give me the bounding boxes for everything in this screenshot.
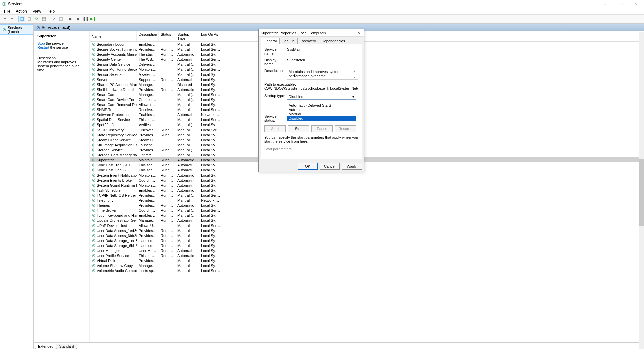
col-name[interactable]: Name bbox=[90, 31, 137, 41]
dropdown-option[interactable]: Manual bbox=[287, 112, 356, 116]
service-row[interactable]: SSDP DiscoveryDiscovers n...RunningManua… bbox=[90, 127, 644, 132]
col-logon-as[interactable]: Log On As bbox=[199, 31, 222, 41]
scroll-up-icon[interactable]: ▴ bbox=[354, 69, 358, 72]
service-row[interactable]: Storage Tiers ManagementOptimizes t...Ma… bbox=[90, 152, 644, 157]
service-row[interactable]: Security CenterThe WSCSV...RunningAutoma… bbox=[90, 57, 644, 62]
minimize-button[interactable]: ─ bbox=[598, 0, 613, 8]
service-list[interactable]: Name Description Status Startup Type Log… bbox=[89, 31, 644, 342]
service-row[interactable]: Sensor Data ServiceDelivers dat...Manual… bbox=[90, 62, 644, 67]
dropdown-option[interactable]: Automatic bbox=[287, 108, 356, 112]
service-row[interactable]: Task SchedulerEnables a us...RunningAuto… bbox=[90, 188, 644, 193]
menu-help[interactable]: Help bbox=[44, 9, 58, 14]
service-row[interactable]: User Data Access_1ed3619Provides ap...Ru… bbox=[90, 228, 644, 233]
service-row[interactable]: Virtual DiskProvides m...ManualLocal Sys… bbox=[90, 258, 644, 263]
tab-recovery[interactable]: Recovery bbox=[297, 38, 319, 44]
properties-icon[interactable] bbox=[41, 16, 47, 22]
tab-logon[interactable]: Log On bbox=[279, 38, 298, 44]
dialog-close-icon[interactable]: ✕ bbox=[355, 31, 362, 35]
restart-service-icon[interactable]: ▶❚ bbox=[90, 16, 96, 22]
service-row[interactable]: Sensor Monitoring ServiceMonitors va...M… bbox=[90, 67, 644, 72]
service-row[interactable]: Sensor ServiceA service fo...Manual (Tri… bbox=[90, 72, 644, 77]
description-textbox[interactable]: Maintains and improves system performanc… bbox=[287, 69, 358, 80]
start-service-icon[interactable]: ▶ bbox=[67, 16, 74, 22]
service-row[interactable]: ServerSupports fil...RunningAutomatic (T… bbox=[90, 77, 644, 82]
service-row[interactable]: Spatial Data ServiceThis service ...Manu… bbox=[90, 117, 644, 122]
export-list-icon[interactable] bbox=[26, 16, 33, 22]
service-row[interactable]: User Data Storage_6bb85Handles sto...Run… bbox=[90, 243, 644, 248]
stop-service-icon[interactable]: ■ bbox=[75, 16, 82, 22]
show-hide-tree-icon[interactable] bbox=[18, 16, 25, 22]
service-row[interactable]: Still Image Acquisition EventsLaunches a… bbox=[90, 142, 644, 147]
service-row[interactable]: System Guard Runtime Mo...Monitors an...… bbox=[90, 183, 644, 188]
tab-extended[interactable]: Extended bbox=[35, 344, 56, 349]
service-row[interactable]: ThemesProvides us...RunningAutomaticLoca… bbox=[90, 203, 644, 208]
vertical-scrollbar[interactable] bbox=[639, 32, 644, 349]
dropdown-option[interactable]: Automatic (Delayed Start) bbox=[287, 103, 356, 108]
service-row[interactable]: Shell Hardware DetectionProvides no...Ru… bbox=[90, 87, 644, 92]
service-row[interactable]: Spot VerifierVerifies pote...Manual (Tri… bbox=[90, 122, 644, 127]
menu-view[interactable]: View bbox=[30, 9, 44, 14]
dropdown-option[interactable]: Disabled bbox=[287, 116, 356, 121]
resume-button[interactable]: Resume bbox=[335, 125, 356, 132]
service-row[interactable]: Smart CardManages ac...Manual (Trig...Lo… bbox=[90, 92, 644, 97]
restart-service-link[interactable]: Restart bbox=[37, 45, 49, 49]
col-status[interactable]: Status bbox=[159, 31, 175, 41]
service-row[interactable]: SNMP TrapReceives tra...ManualLocal Serv… bbox=[90, 107, 644, 112]
service-row[interactable]: Secure Socket Tunneling Pr...Provides su… bbox=[90, 47, 644, 52]
dialog-title-bar[interactable]: Superfetch Properties (Local Computer) ✕ bbox=[259, 29, 364, 37]
close-button[interactable]: ✕ bbox=[629, 0, 644, 8]
service-row[interactable]: UPnP Device HostAllows UPn...ManualLocal… bbox=[90, 223, 644, 228]
scrollbar-thumb[interactable] bbox=[639, 159, 644, 226]
service-row[interactable]: Smart Card Removal PolicyAllows the s...… bbox=[90, 102, 644, 107]
service-row[interactable]: Smart Card Device Enumera...Creates soft… bbox=[90, 97, 644, 102]
pause-button[interactable]: Pause bbox=[311, 125, 333, 132]
tab-general[interactable]: General bbox=[261, 38, 280, 44]
back-icon[interactable]: ⬅ bbox=[1, 16, 8, 22]
service-row[interactable]: System Event Notification S...Monitors s… bbox=[90, 172, 644, 178]
service-row[interactable]: System Events BrokerCoordinates...Runnin… bbox=[90, 178, 644, 183]
service-row[interactable]: Volume Shadow CopyManages an...ManualLoc… bbox=[90, 263, 644, 268]
pause-service-icon[interactable]: ❚❚ bbox=[82, 16, 89, 22]
ok-button[interactable]: OK bbox=[298, 163, 318, 170]
service-row[interactable]: User ManagerUser Manag...RunningAutomati… bbox=[90, 248, 644, 253]
start-button[interactable]: Start bbox=[264, 125, 286, 132]
startup-type-dropdown[interactable]: Automatic (Delayed Start)AutomaticManual… bbox=[287, 103, 356, 121]
service-row[interactable]: User Data Storage_1ed3619Handles sto...R… bbox=[90, 238, 644, 243]
service-row[interactable]: Sync Host_1ed3619This service ...Running… bbox=[90, 162, 644, 167]
tree-root[interactable]: Services (Local) bbox=[0, 24, 33, 35]
apply-button[interactable]: Apply bbox=[342, 163, 362, 170]
refresh-icon[interactable]: ⟳ bbox=[33, 16, 40, 22]
service-row[interactable]: User Profile ServiceThis service ...Runn… bbox=[90, 253, 644, 258]
forward-icon[interactable]: ➡ bbox=[9, 16, 15, 22]
filter-icon[interactable] bbox=[58, 16, 64, 22]
col-startup-type[interactable]: Startup Type bbox=[175, 31, 199, 41]
service-row[interactable]: Volumetric Audio Composit...Hosts spatia… bbox=[90, 268, 644, 273]
tab-dependencies[interactable]: Dependencies bbox=[319, 38, 348, 44]
service-row[interactable]: SuperfetchMaintains a...RunningAutomatic… bbox=[90, 157, 644, 162]
service-row[interactable]: Shared PC Account ManagerManages pr...Di… bbox=[90, 82, 644, 87]
menu-file[interactable]: File bbox=[1, 9, 13, 14]
tab-standard[interactable]: Standard bbox=[56, 344, 77, 349]
startup-type-select[interactable]: Disabled ▾ bbox=[287, 94, 356, 100]
service-row[interactable]: Software ProtectionEnables the ...Automa… bbox=[90, 112, 644, 117]
service-row[interactable]: State Repository ServiceProvides re...Ru… bbox=[90, 132, 644, 137]
col-description[interactable]: Description bbox=[137, 31, 159, 41]
service-row[interactable]: Update Orchestrator ServiceManages W...R… bbox=[90, 218, 644, 223]
service-row[interactable]: TelephonyProvides Tel...ManualNetwork S.… bbox=[90, 198, 644, 203]
stop-button[interactable]: Stop bbox=[288, 125, 309, 132]
cancel-button[interactable]: Cancel bbox=[320, 163, 340, 170]
service-row[interactable]: Storage ServiceProvides en...RunningManu… bbox=[90, 147, 644, 152]
service-row[interactable]: Steam Client ServiceSteam Clien...Manual… bbox=[90, 137, 644, 142]
service-row[interactable]: Time BrokerCoordinates...RunningManual (… bbox=[90, 208, 644, 213]
maximize-button[interactable]: ☐ bbox=[613, 0, 629, 8]
service-row[interactable]: TCP/IP NetBIOS HelperProvides su...Runni… bbox=[90, 193, 644, 198]
scroll-down-icon[interactable]: ▾ bbox=[354, 76, 358, 79]
help-icon[interactable]: ? bbox=[50, 16, 57, 22]
service-row[interactable]: Touch Keyboard and Hand...Enables Tou...… bbox=[90, 213, 644, 218]
service-row[interactable]: Secondary LogonEnables star...ManualLoca… bbox=[90, 42, 644, 47]
service-row[interactable]: Sync Host_6bb85This service ...RunningAu… bbox=[90, 167, 644, 172]
service-row[interactable]: User Data Access_6bb85Provides ap...Runn… bbox=[90, 233, 644, 238]
stop-service-link[interactable]: Stop bbox=[37, 41, 45, 45]
service-row[interactable]: Security Accounts ManagerThe startup ...… bbox=[90, 52, 644, 57]
menu-action[interactable]: Action bbox=[13, 9, 30, 14]
